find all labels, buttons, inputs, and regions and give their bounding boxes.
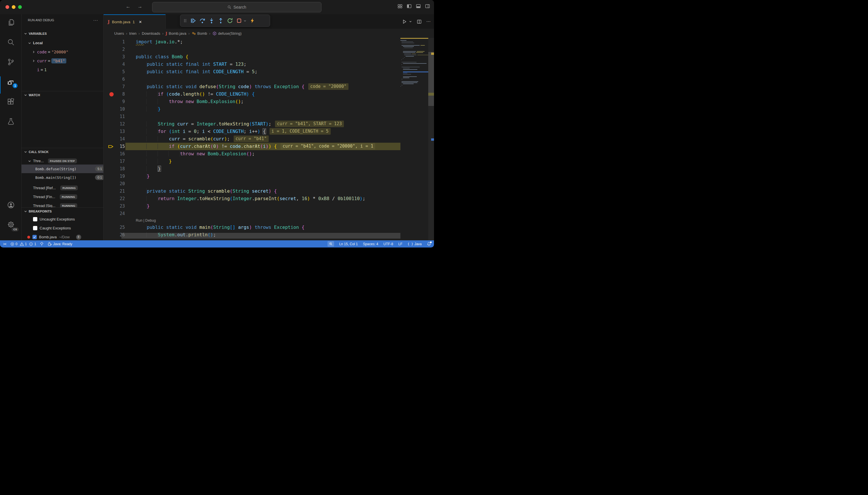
code-line[interactable]: 1import java.io.*; [104, 38, 400, 46]
tab-bomb-java[interactable]: J Bomb.java 1 ✕ [104, 14, 166, 29]
thread-row[interactable]: Thread [Fin...RUNNING [21, 192, 103, 201]
debug-step-out-button[interactable] [218, 18, 224, 24]
gutter-cell[interactable]: 12 [104, 120, 136, 128]
maximize-window-button[interactable] [18, 5, 22, 9]
gutter-cell[interactable]: 17 [104, 158, 136, 165]
code-line[interactable]: 12 String curr = Integer.toHexString(STA… [104, 120, 400, 128]
code-line[interactable]: 10 } [104, 105, 400, 113]
zoom-indicator[interactable] [328, 241, 334, 246]
watch-section-header[interactable]: WATCH [21, 91, 103, 99]
code-line[interactable]: 13 for (int i = 0; i < CODE_LENGTH; i++)… [104, 128, 400, 135]
encoding-status[interactable]: UTF-8 [383, 242, 393, 246]
code-line[interactable]: 5 public static final int CODE_LENGTH = … [104, 68, 400, 75]
activity-run-and-debug-icon[interactable]: 1 [0, 74, 21, 90]
callstack-thread-row[interactable]: Thre...PAUSED ON STEP [21, 156, 103, 165]
remote-indicator[interactable] [3, 242, 7, 246]
gutter-cell[interactable]: 1 [104, 38, 136, 46]
breakpoint-checkbox[interactable] [33, 226, 37, 230]
code-line[interactable]: 11 [104, 113, 400, 120]
vertical-scrollbar[interactable] [428, 38, 434, 240]
debug-restart-button[interactable] [227, 18, 233, 24]
code-line[interactable]: 2 [104, 46, 400, 53]
code-line[interactable]: 21 private static String scramble(String… [104, 187, 400, 195]
call-stack-section-header[interactable]: CALL STACK [21, 148, 103, 155]
editor-more-actions-icon[interactable]: ⋯ [426, 19, 431, 24]
java-status[interactable]: Java: Ready [47, 242, 72, 246]
toggle-secondary-sidebar-icon[interactable] [425, 4, 430, 8]
stop-dropdown-chevron-icon[interactable] [243, 19, 246, 22]
debug-stop-button[interactable] [236, 18, 242, 24]
gutter-cell[interactable]: 4 [104, 61, 136, 68]
code-line[interactable]: 14 curr = scramble(curr);curr = "b41" [104, 135, 400, 143]
stack-frame-row[interactable]: Bomb.main(String[​])0:1 [21, 173, 103, 182]
code-line[interactable]: 22 return Integer.toHexString(Integer.pa… [104, 195, 400, 202]
thread-row[interactable]: Thread [Ref...RUNNING [21, 184, 103, 192]
gutter-cell[interactable]: 19 [104, 173, 136, 180]
breadcrumb-item[interactable]: Downloads [142, 31, 160, 36]
gutter-cell[interactable]: 7 [104, 83, 136, 90]
kite-icon[interactable] [40, 242, 44, 246]
variable-row-code[interactable]: code="20000" [21, 47, 103, 56]
code-editor[interactable]: 1import java.io.*;23public class Bomb {4… [104, 38, 400, 240]
gutter-cell[interactable]: 18 [104, 165, 136, 173]
activity-settings-icon[interactable]: CS [0, 217, 21, 233]
activity-testing-icon[interactable] [0, 114, 21, 130]
breakpoints-section-header[interactable]: BREAKPOINTS [21, 207, 103, 215]
views-more-actions-icon[interactable]: ··· [93, 18, 98, 22]
gutter-cell[interactable]: 14 [104, 135, 136, 143]
breakpoint-row[interactable]: Uncaught Exceptions [21, 215, 103, 224]
breakpoint-row[interactable]: Caught Exceptions [21, 224, 103, 233]
code-line[interactable]: 17 } [104, 158, 400, 165]
gutter-cell[interactable]: 8 [104, 90, 136, 98]
code-line[interactable]: 4 public static final int START = 123; [104, 61, 400, 68]
gutter-cell[interactable]: 20 [104, 180, 136, 187]
variables-section-header[interactable]: VARIABLES [21, 30, 103, 37]
codelens-run-debug[interactable]: Run | Debug [104, 217, 400, 224]
activity-extensions-icon[interactable] [0, 93, 21, 110]
gutter-cell[interactable]: 22 [104, 195, 136, 202]
variable-row-curr[interactable]: curr="b41" [21, 56, 103, 65]
code-line[interactable]: 20 [104, 180, 400, 187]
eol-status[interactable]: LF [398, 242, 402, 246]
activity-accounts-icon[interactable] [0, 197, 21, 213]
debug-continue-button[interactable] [190, 18, 196, 24]
breakpoint-row[interactable]: Bomb.java~/Dow8 [21, 233, 103, 240]
variables-scope-local[interactable]: Local [21, 38, 103, 47]
language-mode[interactable]: { } Java [407, 242, 422, 246]
breakpoint-checkbox[interactable] [32, 235, 37, 239]
code-line[interactable]: 16 throw new Bomb.Explosion(); [104, 150, 400, 158]
stack-frame-row[interactable]: Bomb.defuse(String)5:1 [21, 165, 103, 173]
search-input[interactable]: Search [152, 2, 322, 12]
gutter-cell[interactable]: 11 [104, 113, 136, 120]
code-line[interactable]: 18 } [104, 165, 400, 173]
variable-row-i[interactable]: i=1 [21, 65, 103, 74]
code-line[interactable]: 3public class Bomb { [104, 53, 400, 61]
minimap[interactable] [400, 38, 428, 240]
debug-step-into-button[interactable] [208, 18, 215, 24]
code-line[interactable]: 15 if (curr.charAt(0) != code.charAt(i))… [104, 143, 400, 150]
gutter-cell[interactable]: 16 [104, 150, 136, 158]
run-java-button[interactable] [402, 19, 407, 24]
run-dropdown-chevron-icon[interactable] [409, 20, 412, 23]
back-arrow-icon[interactable]: ← [126, 4, 131, 10]
gutter-cell[interactable]: 24 [104, 210, 136, 217]
scrollbar-slider[interactable] [428, 52, 434, 106]
close-window-button[interactable] [5, 5, 9, 9]
gutter-cell[interactable]: 25 [104, 224, 136, 231]
debug-step-over-button[interactable] [199, 18, 206, 24]
toolbar-drag-handle[interactable] [183, 18, 187, 23]
notifications-bell-icon[interactable] [427, 242, 431, 246]
code-line[interactable]: 24 [104, 210, 400, 217]
gutter-cell[interactable]: 9 [104, 98, 136, 105]
code-line[interactable]: 19 } [104, 173, 400, 180]
breadcrumb-item[interactable]: trien [129, 31, 136, 36]
gutter-cell[interactable]: 3 [104, 53, 136, 61]
toggle-primary-sidebar-icon[interactable] [407, 4, 412, 8]
close-tab-icon[interactable]: ✕ [139, 20, 142, 24]
gutter-cell[interactable]: 23 [104, 202, 136, 210]
breadcrumb-item[interactable]: Bomb [192, 31, 207, 36]
activity-explorer-icon[interactable] [0, 14, 21, 31]
breadcrumb-item[interactable]: defuse(String) [212, 31, 242, 36]
gutter-cell[interactable]: 5 [104, 68, 136, 75]
problems-status[interactable]: 0 1 1 [10, 242, 36, 246]
